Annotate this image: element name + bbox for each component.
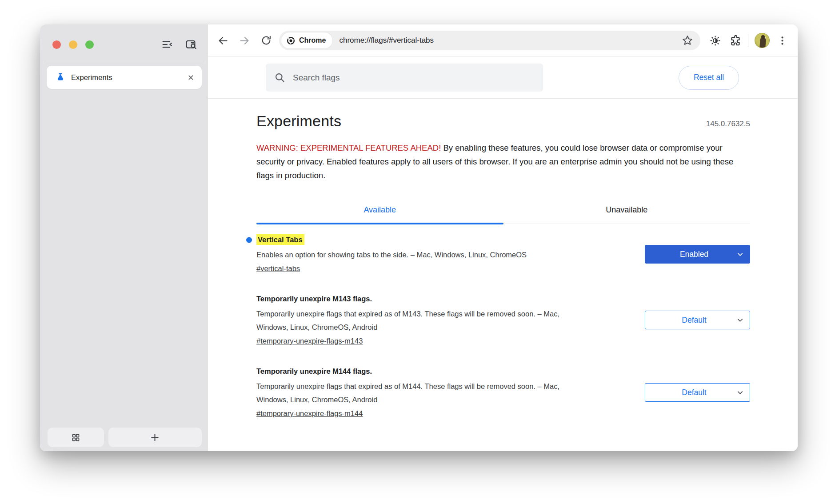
flag-permalink[interactable]: #temporary-unexpire-flags-m144 (256, 409, 363, 418)
reload-button[interactable] (260, 35, 272, 46)
flag-select-value: Default (652, 388, 736, 397)
back-arrow-icon (217, 35, 229, 47)
chevron-down-icon (736, 250, 744, 259)
tab-experiments[interactable]: Experiments (47, 66, 202, 89)
flag-description: Temporarily unexpire flags that expired … (256, 380, 581, 406)
star-icon (682, 35, 693, 46)
browser-version: 145.0.7632.5 (706, 120, 750, 128)
theme-toggle-button[interactable] (709, 35, 721, 47)
flag-title: Vertical Tabs (256, 234, 304, 245)
site-chip-label: Chrome (299, 36, 326, 44)
reset-all-button[interactable]: Reset all (679, 66, 739, 90)
tab-title: Experiments (71, 73, 187, 82)
sidebar-header (40, 24, 208, 62)
flag-row-unexpire-m143: Temporarily unexpire M143 flags. Tempora… (256, 295, 750, 345)
address-bar[interactable]: Chrome chrome://flags/#vertical-tabs (279, 31, 700, 50)
flag-title: Temporarily unexpire M143 flags. (256, 295, 372, 303)
flag-permalink[interactable]: #temporary-unexpire-flags-m143 (256, 337, 363, 345)
toolbar-actions (709, 33, 788, 48)
browser-menu-button[interactable] (777, 35, 788, 46)
profile-button[interactable] (755, 33, 770, 48)
browser-toolbar: Chrome chrome://flags/#vertical-tabs (208, 24, 798, 57)
tab-search-button[interactable] (185, 38, 197, 51)
flag-title: Temporarily unexpire M144 flags. (256, 367, 372, 375)
flag-select-unexpire-m144[interactable]: Default (645, 383, 750, 402)
chevron-down-icon (736, 316, 744, 324)
flag-row-vertical-tabs: Vertical Tabs Enables an option for show… (256, 236, 750, 273)
page-title: Experiments (256, 112, 341, 130)
flag-select-vertical-tabs[interactable]: Enabled (645, 245, 750, 264)
extensions-button[interactable] (729, 34, 742, 47)
zoom-window-button[interactable] (85, 40, 94, 49)
tab-unavailable[interactable]: Unavailable (503, 202, 751, 224)
forward-button[interactable] (239, 35, 251, 47)
window-controls (52, 40, 94, 49)
flags-content: Experiments 145.0.7632.5 WARNING: EXPERI… (208, 99, 798, 451)
selected-flag-dot (246, 237, 252, 243)
tab-available[interactable]: Available (256, 202, 503, 224)
experimental-warning: WARNING: EXPERIMENTAL FEATURES AHEAD! By… (256, 141, 750, 182)
toolbar-separator (748, 34, 748, 47)
flag-select-unexpire-m143[interactable]: Default (645, 311, 750, 329)
main-pane: Chrome chrome://flags/#vertical-tabs (208, 24, 798, 451)
chevron-down-icon (736, 388, 744, 397)
browser-window: Experiments (40, 24, 798, 451)
flags-page-header: Reset all (208, 57, 798, 99)
sidebar-divider (44, 62, 204, 62)
back-button[interactable] (217, 35, 229, 47)
url-text[interactable]: chrome://flags/#vertical-tabs (339, 36, 682, 45)
collapse-sidebar-button[interactable] (161, 38, 173, 51)
availability-tabs: Available Unavailable (256, 202, 750, 224)
brightness-icon (709, 35, 721, 47)
bookmark-button[interactable] (682, 35, 693, 46)
search-flags-input[interactable] (293, 73, 535, 83)
close-icon (187, 74, 195, 81)
collapse-sidebar-icon (161, 38, 173, 51)
sidebar-footer (40, 428, 208, 451)
warning-emphasis: WARNING: EXPERIMENTAL FEATURES AHEAD! (256, 143, 441, 152)
tab-search-icon (185, 38, 197, 51)
search-flags-box[interactable] (266, 64, 543, 92)
flag-list: Vertical Tabs Enables an option for show… (256, 236, 750, 418)
sidebar-empty-area (40, 89, 208, 428)
flags-flask-icon (56, 72, 65, 82)
three-dot-menu-icon (777, 35, 788, 46)
chrome-logo-icon (286, 36, 296, 45)
flag-permalink[interactable]: #vertical-tabs (256, 264, 300, 273)
minimize-window-button[interactable] (69, 40, 77, 49)
tab-groups-button[interactable] (48, 428, 104, 447)
new-tab-button[interactable] (108, 428, 202, 447)
flag-select-value: Enabled (652, 250, 736, 259)
flag-description: Enables an option for showing tabs to th… (256, 248, 527, 261)
desktop: Experiments (0, 0, 835, 504)
flag-description: Temporarily unexpire flags that expired … (256, 307, 581, 334)
avatar (755, 33, 770, 48)
search-icon (274, 72, 286, 84)
vertical-tabs-sidebar: Experiments (40, 24, 208, 451)
puzzle-piece-icon (729, 34, 742, 47)
plus-icon (150, 432, 160, 443)
reload-icon (260, 35, 272, 46)
tab-close-button[interactable] (187, 74, 195, 81)
grid-icon (71, 433, 80, 442)
flag-select-value: Default (652, 316, 736, 325)
close-window-button[interactable] (52, 40, 61, 49)
forward-arrow-icon (239, 35, 251, 47)
flag-row-unexpire-m144: Temporarily unexpire M144 flags. Tempora… (256, 367, 750, 418)
site-info-chip[interactable]: Chrome (281, 32, 332, 48)
